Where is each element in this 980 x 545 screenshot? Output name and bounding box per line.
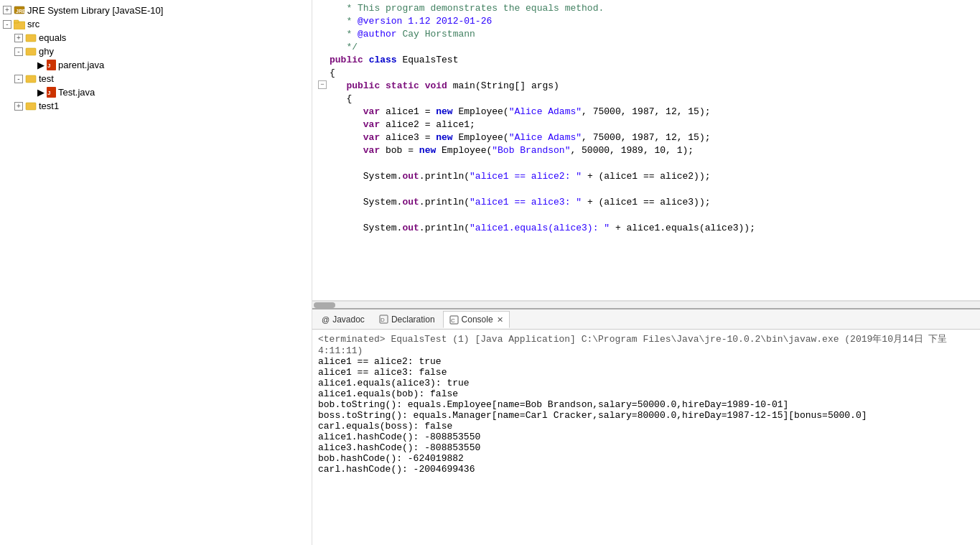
console-line-5: bob.toString(): equals.Employee[name=Bob… [318, 399, 974, 410]
expand-icon-equals: + [14, 34, 23, 42]
code-line-4: */ [312, 42, 980, 55]
sidebar-item-parent-java[interactable]: ▶ J parent.java [0, 58, 312, 72]
console-line-10: bob.hashCode(): -624019882 [318, 453, 974, 464]
console-line-7: carl.equals(boss): false [318, 421, 974, 432]
collapse-icon-ghy: - [14, 47, 23, 56]
svg-rect-11 [26, 103, 36, 110]
terminated-line: <terminated> EqualsTest (1) [Java Applic… [318, 332, 974, 356]
pkg-icon-test1 [25, 101, 37, 111]
code-line-2: * @version 1.12 2012-01-26 [312, 16, 980, 29]
console-line-11: carl.hashCode(): -2004699436 [318, 464, 974, 475]
code-line-11: var alice3 = new Employee("Alice Adams",… [312, 132, 980, 145]
code-line-7: − public static void main(String[] args) [312, 80, 980, 93]
svg-text:D: D [381, 317, 385, 323]
java-file-icon-parent: J [47, 60, 56, 70]
svg-rect-8 [26, 75, 36, 83]
test-label: test [39, 73, 54, 84]
declaration-tab-icon: D [379, 315, 388, 324]
console-line-4: alice1.equals(bob): false [318, 388, 974, 399]
console-line-2: alice1 == alice3: false [318, 367, 974, 378]
expand-icon: + [3, 6, 11, 14]
code-line-3: * @author Cay Horstmann [312, 29, 980, 42]
svg-text:C: C [451, 317, 455, 324]
horizontal-scrollbar[interactable] [312, 301, 980, 308]
src-label: src [27, 19, 39, 29]
code-line-10: var alice2 = alice1; [312, 119, 980, 132]
code-line-16: System.out.println("alice1 == alice3: " … [312, 197, 980, 210]
sidebar-item-jre[interactable]: + JRE JRE System Library [JavaSE-10] [0, 3, 312, 17]
bottom-panel: @ Javadoc D Declaration C Console ✕ [312, 308, 980, 545]
fold-button-main[interactable]: − [318, 80, 327, 89]
collapse-icon: - [3, 20, 11, 29]
tab-declaration-label: Declaration [391, 315, 435, 325]
sidebar-item-test1[interactable]: + test1 [0, 99, 312, 113]
code-line-1: * This program demonstrates the equals m… [312, 3, 980, 16]
code-line-15 [312, 184, 980, 197]
sidebar-item-test-java[interactable]: ▶ J Test.java [0, 85, 312, 99]
equals-label: equals [39, 32, 66, 43]
test1-label: test1 [39, 101, 59, 111]
code-line-5: public class EqualsTest [312, 55, 980, 67]
console-line-8: alice1.hashCode(): -808853550 [318, 432, 974, 442]
console-close-icon[interactable]: ✕ [497, 315, 503, 325]
pkg-icon-test [25, 74, 37, 84]
tab-javadoc-label: Javadoc [332, 315, 365, 325]
tab-javadoc[interactable]: @ Javadoc [315, 311, 371, 328]
chevron-right-icon: ▶ [37, 60, 45, 70]
sidebar-item-ghy[interactable]: - ghy [0, 45, 312, 58]
sidebar-item-test[interactable]: - test [0, 72, 312, 85]
console-line-1: alice1 == alice2: true [318, 356, 974, 367]
tab-console[interactable]: C Console ✕ [443, 311, 510, 328]
test-java-label: Test.java [58, 87, 95, 98]
code-line-18: System.out.println("alice1.equals(alice3… [312, 223, 980, 236]
code-line-9: var alice1 = new Employee("Alice Adams",… [312, 106, 980, 119]
parent-java-label: parent.java [58, 60, 104, 70]
main-area: * This program demonstrates the equals m… [312, 0, 980, 545]
scrollbar-thumb[interactable] [314, 302, 335, 308]
tab-bar: @ Javadoc D Declaration C Console ✕ [312, 309, 980, 330]
jre-label: JRE System Library [JavaSE-10] [27, 5, 163, 16]
code-line-6: { [312, 67, 980, 80]
pkg-icon-ghy [25, 47, 37, 57]
tab-console-label: Console [462, 315, 493, 325]
svg-rect-5 [26, 48, 36, 55]
svg-text:J: J [47, 62, 50, 69]
pkg-icon-equals [25, 33, 37, 43]
collapse-icon-test: - [14, 75, 23, 83]
chevron-right-icon-2: ▶ [37, 87, 45, 98]
file-tree: + JRE JRE System Library [JavaSE-10] - s… [0, 0, 312, 545]
tab-declaration[interactable]: D Declaration [373, 311, 442, 328]
svg-rect-4 [26, 34, 36, 42]
code-line-8: { [312, 93, 980, 106]
code-line-13 [312, 158, 980, 171]
console-output[interactable]: <terminated> EqualsTest (1) [Java Applic… [312, 330, 980, 545]
svg-text:JRE: JRE [16, 9, 25, 14]
console-line-9: alice3.hashCode(): -808853550 [318, 442, 974, 453]
code-editor[interactable]: * This program demonstrates the equals m… [312, 0, 980, 301]
ghy-label: ghy [39, 46, 54, 57]
code-line-17 [312, 210, 980, 223]
console-tab-icon: C [449, 315, 459, 325]
console-line-6: boss.toString(): equals.Manager[name=Car… [318, 410, 974, 421]
sidebar-item-equals[interactable]: + equals [0, 31, 312, 45]
svg-text:J: J [47, 90, 50, 96]
code-line-14: System.out.println("alice1 == alice2: " … [312, 171, 980, 184]
src-folder-icon [14, 19, 25, 29]
code-line-12: var bob = new Employee("Bob Brandson", 5… [312, 145, 980, 158]
expand-icon-test1: + [14, 102, 23, 111]
java-file-icon-test: J [47, 87, 56, 98]
svg-rect-3 [14, 20, 19, 23]
sidebar-item-src[interactable]: - src [0, 17, 312, 31]
console-line-3: alice1.equals(alice3): true [318, 378, 974, 388]
jre-icon: JRE [14, 4, 25, 16]
javadoc-tab-icon: @ [322, 315, 330, 324]
